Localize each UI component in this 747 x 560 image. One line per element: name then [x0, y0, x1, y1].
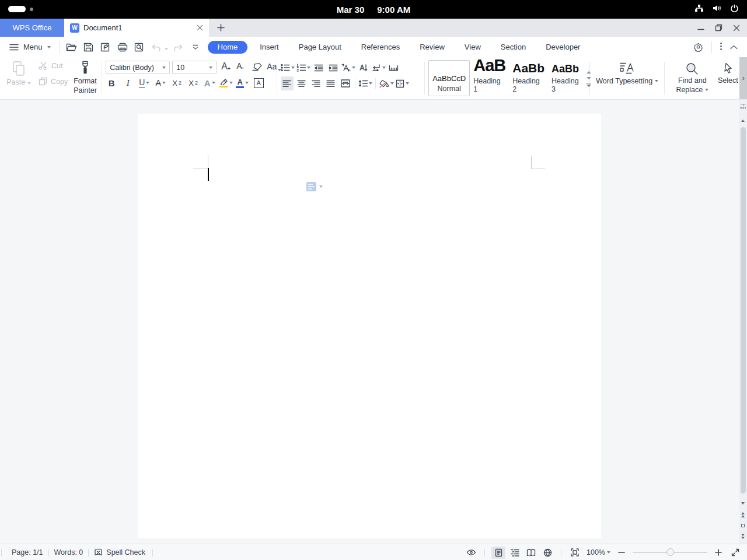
character-border-button[interactable]: A: [252, 76, 266, 90]
style-heading-2[interactable]: AaBb Heading 2: [509, 60, 548, 96]
select-button[interactable]: Select: [716, 62, 739, 99]
subscript-button[interactable]: X2: [186, 76, 200, 90]
zoom-in-button[interactable]: [712, 549, 725, 556]
outline-view-icon[interactable]: [508, 547, 522, 559]
styles-scroll-down-icon[interactable]: [587, 77, 591, 79]
copy-button[interactable]: Copy: [39, 77, 68, 86]
tab-home[interactable]: Home: [208, 41, 248, 54]
eye-protection-icon[interactable]: [464, 547, 478, 559]
tab-review[interactable]: Review: [410, 43, 455, 51]
settings-gear-icon[interactable]: [693, 42, 703, 52]
scroll-up-icon[interactable]: [739, 116, 747, 125]
format-painter-button[interactable]: Format Painter: [69, 60, 102, 95]
strikethrough-button[interactable]: A: [153, 76, 167, 90]
scroll-down-icon[interactable]: [739, 499, 747, 508]
tab-ruler-button[interactable]: [388, 61, 400, 75]
tab-page-layout[interactable]: Page Layout: [289, 43, 351, 51]
next-page-icon[interactable]: [739, 531, 747, 541]
style-heading-3[interactable]: AaBb Heading 3: [548, 60, 582, 96]
borders-button[interactable]: [396, 76, 409, 90]
page-count-label[interactable]: Page: 1/1: [12, 548, 43, 556]
shading-button[interactable]: [379, 76, 394, 90]
italic-button[interactable]: I: [121, 76, 135, 90]
undo-caret-icon[interactable]: [165, 48, 168, 50]
tab-view[interactable]: View: [455, 43, 491, 51]
cut-button[interactable]: Cut: [39, 62, 62, 70]
align-center-button[interactable]: [295, 76, 308, 90]
zoom-slider-thumb[interactable]: [666, 548, 674, 556]
customize-toolbar-icon[interactable]: [188, 40, 203, 55]
text-effects-button[interactable]: A: [203, 76, 217, 90]
ribbon-scroll-right[interactable]: ›: [739, 57, 747, 99]
align-left-button[interactable]: [281, 76, 294, 90]
styles-more-icon[interactable]: [586, 83, 591, 87]
character-scaling-button[interactable]: [341, 61, 355, 75]
read-mode-icon[interactable]: [524, 547, 538, 559]
superscript-button[interactable]: X2: [170, 76, 184, 90]
bullets-button[interactable]: [281, 61, 295, 75]
input-assistant[interactable]: [306, 182, 323, 191]
fit-page-icon[interactable]: [568, 547, 582, 559]
web-layout-icon[interactable]: [540, 547, 554, 559]
align-right-button[interactable]: [310, 76, 323, 90]
minimize-icon[interactable]: [697, 24, 704, 32]
print-icon[interactable]: [115, 40, 130, 55]
document-workspace[interactable]: [0, 100, 747, 544]
close-window-icon[interactable]: [733, 24, 740, 32]
more-options-icon[interactable]: [720, 42, 722, 52]
network-icon[interactable]: [694, 4, 704, 15]
tab-insert[interactable]: Insert: [250, 43, 289, 51]
styles-scroll-up-icon[interactable]: [587, 71, 591, 74]
save-icon[interactable]: [81, 40, 96, 55]
clear-formatting-icon[interactable]: [252, 62, 262, 71]
main-menu-button[interactable]: Menu: [0, 43, 59, 51]
volume-icon[interactable]: [712, 4, 722, 15]
tab-developer[interactable]: Developer: [536, 43, 590, 51]
document-tab[interactable]: W Document1: [64, 19, 209, 37]
font-color-button[interactable]: A: [235, 76, 249, 90]
wps-office-button[interactable]: WPS Office: [0, 19, 64, 37]
justify-button[interactable]: [324, 76, 337, 90]
paste-button[interactable]: Paste: [6, 61, 32, 86]
collapse-ribbon-icon[interactable]: [730, 45, 738, 50]
scrollbar-thumb[interactable]: [741, 127, 746, 494]
numbering-button[interactable]: [296, 61, 310, 75]
zoom-level-label[interactable]: 100%: [587, 548, 605, 556]
clock[interactable]: Mar 30 9:00 AM: [0, 0, 747, 19]
ruler-toggle-icon[interactable]: [739, 102, 747, 111]
zoom-out-button[interactable]: [615, 549, 628, 556]
bold-button[interactable]: B: [104, 76, 118, 90]
spell-check-label[interactable]: Spell Check: [106, 548, 145, 556]
show-formatting-marks-button[interactable]: [372, 61, 386, 75]
page-view-icon[interactable]: [491, 547, 505, 559]
tab-section[interactable]: Section: [491, 43, 536, 51]
vertical-scrollbar[interactable]: [739, 100, 747, 544]
word-count-label[interactable]: Words: 0: [54, 548, 83, 556]
line-spacing-button[interactable]: [358, 76, 372, 90]
grow-font-button[interactable]: A+: [221, 61, 231, 72]
redo-icon[interactable]: [171, 40, 186, 55]
word-typesetting-button[interactable]: Word Typesetting: [590, 62, 664, 85]
restore-icon[interactable]: [715, 24, 722, 32]
undo-icon[interactable]: [149, 40, 164, 55]
tab-references[interactable]: References: [351, 43, 410, 51]
underline-button[interactable]: U: [137, 76, 151, 90]
distribute-button[interactable]: [339, 76, 352, 90]
fullscreen-icon[interactable]: [728, 547, 742, 559]
browse-object-icon[interactable]: [739, 521, 747, 530]
font-family-select[interactable]: Calibri (Body): [106, 61, 170, 74]
open-file-icon[interactable]: [64, 40, 79, 55]
zoom-slider[interactable]: [633, 552, 707, 553]
print-preview-icon[interactable]: [132, 40, 147, 55]
power-icon[interactable]: [730, 4, 739, 15]
new-tab-button[interactable]: [209, 19, 232, 37]
tab-close-icon[interactable]: [197, 24, 203, 31]
font-size-select[interactable]: 10: [172, 61, 217, 74]
find-and-replace-button[interactable]: Find and Replace: [673, 62, 711, 99]
sort-button[interactable]: [357, 61, 370, 75]
previous-page-icon[interactable]: [739, 510, 747, 519]
zoom-caret-icon[interactable]: [607, 551, 610, 554]
style-normal[interactable]: AaBbCcD Normal: [428, 60, 470, 96]
shrink-font-button[interactable]: A-: [236, 61, 244, 71]
export-pdf-icon[interactable]: [98, 40, 113, 55]
